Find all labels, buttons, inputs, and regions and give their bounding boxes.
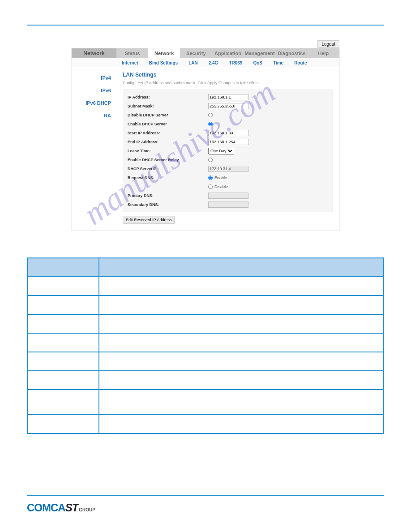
subtab-tr069[interactable]: TR069 <box>223 58 248 67</box>
table-row <box>27 333 99 352</box>
comcast-logo: COMCASTGROUP <box>27 502 384 514</box>
tab-status[interactable]: Status <box>116 48 148 58</box>
table-header-field <box>27 258 99 277</box>
table-row <box>99 296 384 314</box>
section-desc: Config LAN IP address and sunbet mask, C… <box>123 81 333 85</box>
subtab-bind[interactable]: Bind Settings <box>144 58 183 67</box>
page-footer: COMCASTGROUP <box>27 495 384 514</box>
reqdns-label: Request DNS: <box>128 176 208 180</box>
disable-dhcp-radio[interactable] <box>208 113 213 117</box>
table-row <box>99 314 384 333</box>
table-row <box>27 296 99 314</box>
brand-label: Network <box>72 48 116 58</box>
sidebar-ipv6[interactable]: IPv6 <box>72 84 116 97</box>
tab-management[interactable]: Management <box>244 48 276 58</box>
end-label: End IP Address: <box>128 140 208 144</box>
serverip-label: DHCP ServerIP : <box>128 167 208 171</box>
lan-form: IP Address: Subnet Mask: Disable DHCP Se… <box>123 90 333 212</box>
secondary-label: Secondary DNS: <box>128 202 208 207</box>
sidebar-ipv4[interactable]: IPv4 <box>72 72 116 84</box>
tab-security[interactable]: Security <box>180 48 212 58</box>
table-header-desc <box>99 258 384 277</box>
page-top-rule <box>27 25 384 26</box>
sidebar-ra[interactable]: RA <box>72 109 116 122</box>
enable-text: Enable <box>214 176 227 180</box>
sidebar: IPv4 IPv6 IPv6 DHCP RA <box>72 67 116 230</box>
subtab-route[interactable]: Route <box>289 58 312 67</box>
start-label: Start IP Address: <box>128 131 208 135</box>
table-row <box>27 277 99 296</box>
subtab-24g[interactable]: 2.4G <box>203 58 224 67</box>
description-table <box>27 257 384 434</box>
primary-input <box>208 193 248 199</box>
subtab-internet[interactable]: Internet <box>116 58 144 67</box>
tab-application[interactable]: Application <box>212 48 244 58</box>
secondary-input <box>208 202 248 208</box>
ip-input[interactable] <box>208 94 248 100</box>
table-row <box>99 371 384 390</box>
edit-reserved-button[interactable]: Edit Reserved IP Address <box>123 216 175 224</box>
enable-dhcp-radio[interactable] <box>208 122 213 126</box>
logo-part-c: GROUP <box>79 507 95 512</box>
subnet-input[interactable] <box>208 103 248 109</box>
subtab-qos[interactable]: QoS <box>248 58 268 67</box>
dns-disable-radio[interactable] <box>208 184 213 189</box>
top-tabbar: Network Status Network Security Applicat… <box>72 48 339 58</box>
primary-label: Primary DNS: <box>128 193 208 198</box>
footer-rule <box>27 495 384 496</box>
subtab-time[interactable]: Time <box>268 58 289 67</box>
logout-button[interactable]: Logout <box>317 40 339 48</box>
dns-enable-radio[interactable] <box>208 176 213 180</box>
disable-text: Disable <box>214 184 228 189</box>
lease-label: Lease Time: <box>128 149 208 153</box>
start-input[interactable] <box>208 130 248 136</box>
lease-select[interactable]: One Day <box>208 148 234 154</box>
logo-part-b: ST <box>65 502 78 514</box>
tab-network[interactable]: Network <box>148 48 180 58</box>
table-row <box>27 352 99 371</box>
logo-part-a: COMCA <box>27 502 65 514</box>
table-row <box>99 333 384 352</box>
ip-label: IP Address: <box>128 95 208 99</box>
sidebar-ipv6dhcp[interactable]: IPv6 DHCP <box>72 97 116 109</box>
table-row <box>27 415 99 433</box>
section-title: LAN Settings <box>123 72 333 78</box>
subtab-lan[interactable]: LAN <box>183 58 203 67</box>
table-row <box>99 352 384 371</box>
table-row <box>99 277 384 296</box>
serverip-input <box>208 166 248 172</box>
subnet-label: Subnet Mask: <box>128 104 208 108</box>
relay-radio[interactable] <box>208 158 213 162</box>
end-input[interactable] <box>208 139 248 145</box>
tab-diagnostics[interactable]: Diagnostics <box>276 48 308 58</box>
disable-dhcp-label: Disable DHCP Server <box>128 113 208 117</box>
table-row <box>99 390 384 415</box>
table-row <box>99 415 384 433</box>
tab-help[interactable]: Help <box>308 48 339 58</box>
table-row <box>27 371 99 390</box>
router-screenshot: Logout Network Status Network Security A… <box>71 48 340 231</box>
table-row <box>27 314 99 333</box>
sub-tabbar: Internet Bind Settings LAN 2.4G TR069 Qo… <box>72 58 339 67</box>
enable-dhcp-label: Enable DHCP Server <box>128 122 208 126</box>
table-row <box>27 390 99 415</box>
relay-label: Enable DHCP Server Relay <box>128 158 208 162</box>
